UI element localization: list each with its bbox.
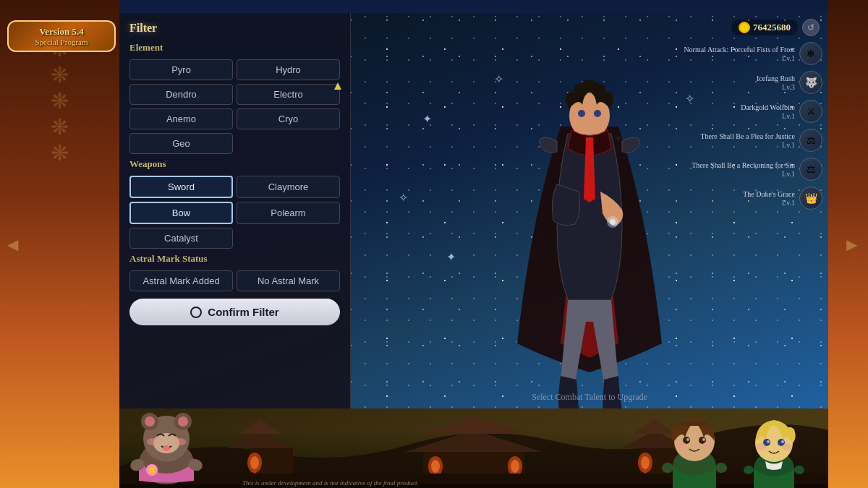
svg-point-11 — [250, 456, 259, 469]
astral-btn-added[interactable]: Astral Mark Added — [129, 270, 233, 291]
coin-amount: 76425680 — [753, 22, 791, 33]
skill-name-5: There Shall Be a Reckoning for Sin — [678, 160, 795, 170]
weapon-btn-claymore[interactable]: Claymore — [237, 176, 340, 198]
element-btn-electro[interactable]: Electro — [237, 84, 340, 105]
version-badge: Version 5.4 Special Program — [7, 20, 116, 52]
svg-point-2 — [594, 110, 601, 117]
left-side-panel: ❋❋❋❋❋ ◀ — [0, 0, 119, 488]
svg-point-52 — [661, 462, 674, 474]
skills-panel: Normal Attack: Forceful Fists of Frost L… — [678, 42, 822, 215]
svg-point-26 — [641, 456, 650, 469]
chibi-character-left — [119, 408, 213, 488]
confirm-btn-label: Confirm Filter — [208, 306, 278, 318]
svg-point-38 — [163, 445, 170, 451]
skill-info-3: Darkgold Wolfbite Lv.1 — [678, 103, 795, 120]
svg-rect-51 — [680, 421, 709, 426]
astral-section-label: Astral Mark Status — [129, 253, 340, 265]
right-side-panel: ▶ — [828, 0, 868, 488]
svg-point-62 — [743, 465, 754, 475]
svg-point-53 — [715, 462, 728, 474]
weapon-btn-bow[interactable]: Bow — [129, 202, 233, 224]
element-btn-hydro[interactable]: Hydro — [237, 59, 340, 80]
svg-point-37 — [174, 438, 186, 445]
skill-level-1: Lv.1 — [678, 54, 795, 62]
char-topbar: 76425680 ↺ — [731, 19, 820, 36]
svg-point-36 — [147, 438, 158, 445]
weapons-section-label: Weapons — [129, 158, 340, 170]
skill-level-2: Lv.3 — [678, 83, 795, 91]
svg-point-50 — [703, 441, 713, 448]
svg-point-49 — [676, 441, 686, 448]
svg-point-58 — [767, 440, 770, 443]
element-btn-dendro[interactable]: Dendro — [129, 84, 233, 105]
version-line2: Special Program — [17, 38, 106, 46]
character-display-area: ✦ ✧ ✦ ✧ ✦ ✧ 76425680 ↺ Normal Attack: Fo… — [351, 13, 828, 408]
skill-name-4: There Shall Be a Plea for Justice — [678, 132, 795, 141]
version-line1: Version 5.4 — [17, 26, 106, 38]
skill-row-4: There Shall Be a Plea for Justice Lv.1 ⚖ — [678, 129, 822, 152]
skill-info-6: The Duke's Grace Lv.1 — [678, 189, 795, 207]
skill-name-3: Darkgold Wolfbite — [678, 103, 795, 112]
chibi-character-right2 — [738, 412, 810, 488]
element-btn-anemo[interactable]: Anemo — [129, 108, 233, 129]
skill-icon-2[interactable]: 🐺 — [799, 71, 822, 94]
skill-icon-1[interactable]: ❄ — [799, 42, 822, 65]
astral-btn-none[interactable]: No Astral Mark — [237, 270, 340, 291]
svg-point-17 — [431, 460, 440, 473]
skill-row-3: Darkgold Wolfbite Lv.1 ⚔ — [678, 100, 822, 123]
weapon-btn-sword[interactable]: Sword — [129, 176, 233, 198]
skill-info-5: There Shall Be a Reckoning for Sin Lv.1 — [678, 160, 795, 178]
astral-filter-grid: Astral Mark Added No Astral Mark — [129, 270, 340, 291]
skill-level-6: Lv.1 — [678, 199, 795, 207]
skill-level-3: Lv.1 — [678, 112, 795, 120]
element-btn-geo[interactable]: Geo — [129, 133, 233, 154]
svg-point-34 — [178, 416, 188, 427]
element-section-label: Element — [129, 42, 340, 53]
disclaimer-text: This is under development and is not ind… — [242, 479, 419, 487]
skill-row-6: The Duke's Grace Lv.1 👑 — [678, 187, 822, 210]
skill-name-2: Icefang Rush — [678, 74, 795, 83]
coin-display: 76425680 — [731, 20, 798, 35]
skill-row-2: Icefang Rush Lv.3 🐺 — [678, 71, 822, 94]
left-arrow-icon: ◀ — [7, 236, 18, 253]
svg-point-4 — [610, 219, 616, 225]
element-btn-cryo[interactable]: Cryo — [237, 108, 340, 129]
chibi-character-right1 — [655, 408, 734, 488]
skill-level-4: Lv.1 — [678, 141, 795, 149]
svg-point-48 — [702, 438, 705, 441]
skill-icon-5[interactable]: ⚖ — [799, 158, 822, 181]
skill-level-5: Lv.1 — [678, 170, 795, 178]
filter-title: Filter — [129, 22, 340, 35]
skill-icon-3[interactable]: ⚔ — [799, 100, 822, 123]
skill-info-1: Normal Attack: Forceful Fists of Frost L… — [678, 45, 795, 62]
character-figure — [488, 69, 691, 408]
skill-info-4: There Shall Be a Plea for Justice Lv.1 — [678, 132, 795, 149]
skill-icon-4[interactable]: ⚖ — [799, 129, 822, 152]
skill-icon-6[interactable]: 👑 — [799, 187, 822, 210]
svg-point-61 — [782, 443, 792, 450]
skill-row-1: Normal Attack: Forceful Fists of Frost L… — [678, 42, 822, 65]
skill-info-2: Icefang Rush Lv.3 — [678, 74, 795, 91]
pagoda-area: This is under development and is not ind… — [119, 408, 828, 488]
svg-point-40 — [149, 467, 155, 473]
refresh-button[interactable]: ↺ — [802, 19, 820, 36]
filter-panel: Filter Element Pyro Hydro Dendro Electro… — [119, 13, 351, 408]
skill-name-6: The Duke's Grace — [678, 189, 795, 199]
weapons-filter-grid: Sword Claymore Bow Polearm Catalyst — [129, 176, 340, 249]
svg-point-1 — [578, 110, 585, 117]
skill-name-1: Normal Attack: Forceful Fists of Frost — [678, 45, 795, 54]
skill-row-5: There Shall Be a Reckoning for Sin Lv.1 … — [678, 158, 822, 181]
svg-point-63 — [793, 465, 805, 475]
weapon-btn-catalyst[interactable]: Catalyst — [129, 228, 233, 249]
svg-point-59 — [781, 440, 784, 443]
bottom-status-text: Select Combat Talent to Upgrade — [532, 392, 647, 403]
svg-point-32 — [145, 416, 155, 427]
svg-point-20 — [511, 460, 519, 473]
element-btn-pyro[interactable]: Pyro — [129, 59, 233, 80]
right-arrow-icon: ▶ — [846, 236, 857, 253]
svg-point-47 — [686, 438, 689, 441]
element-filter-grid: Pyro Hydro Dendro Electro Anemo Cryo Geo — [129, 59, 340, 154]
weapon-btn-polearm[interactable]: Polearm — [237, 202, 340, 224]
coin-icon — [739, 22, 750, 33]
confirm-filter-button[interactable]: Confirm Filter — [129, 299, 340, 325]
